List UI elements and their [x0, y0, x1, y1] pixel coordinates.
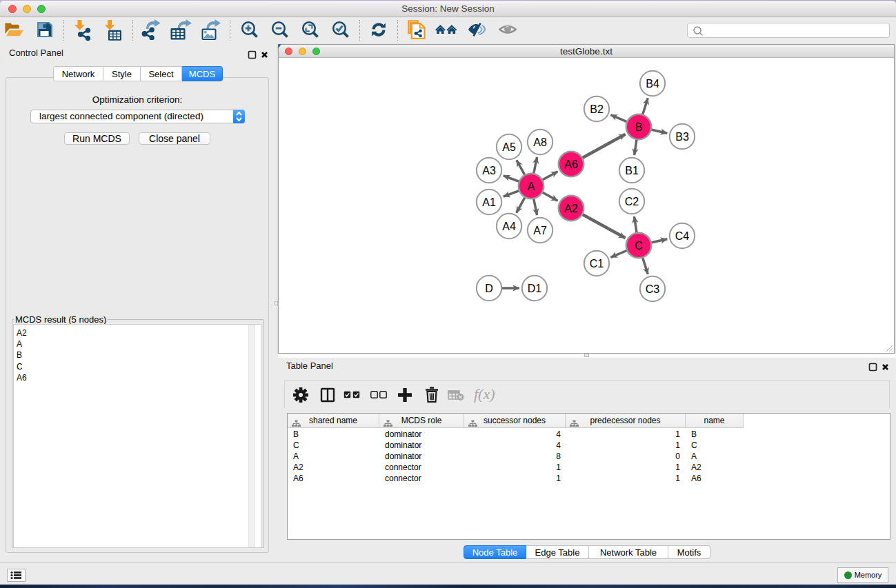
- svg-text:A1: A1: [482, 196, 496, 208]
- svg-text:A8: A8: [533, 136, 547, 148]
- svg-text:A: A: [528, 181, 535, 192]
- svg-text:A6: A6: [564, 159, 578, 170]
- svg-text:A2: A2: [564, 203, 578, 214]
- svg-text:A3: A3: [482, 165, 496, 176]
- svg-text:C: C: [635, 240, 643, 252]
- svg-text:D1: D1: [528, 283, 542, 294]
- svg-text:A7: A7: [533, 225, 547, 236]
- svg-text:A5: A5: [502, 141, 516, 153]
- svg-text:A4: A4: [502, 221, 516, 232]
- svg-text:C1: C1: [590, 258, 604, 270]
- svg-text:B: B: [635, 121, 643, 133]
- svg-text:B2: B2: [590, 103, 604, 115]
- svg-text:B4: B4: [646, 78, 659, 90]
- svg-text:C3: C3: [646, 283, 660, 295]
- svg-text:B1: B1: [625, 165, 639, 176]
- svg-text:C4: C4: [675, 230, 690, 242]
- svg-text:D: D: [485, 283, 493, 294]
- svg-text:C2: C2: [625, 196, 639, 207]
- svg-text:B3: B3: [675, 131, 689, 143]
